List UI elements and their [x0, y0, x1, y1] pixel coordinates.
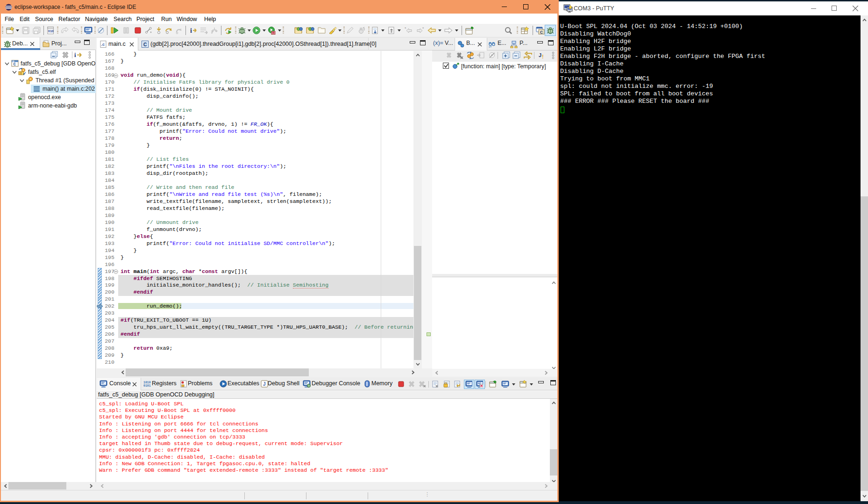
svg-text:010: 010	[48, 29, 54, 33]
svg-text:i: i	[74, 51, 76, 58]
svg-text:C: C	[540, 30, 543, 35]
svg-text:!: !	[542, 54, 544, 59]
svg-text:J: J	[263, 382, 266, 387]
svg-text:0101: 0101	[143, 384, 151, 388]
svg-text:C: C	[143, 42, 147, 47]
svg-text:C: C	[14, 62, 16, 67]
svg-text:J: J	[539, 52, 541, 58]
svg-text:*: *	[422, 27, 424, 31]
svg-text:.c: .c	[101, 42, 105, 47]
svg-text:*: *	[405, 27, 406, 31]
svg-text:1010: 1010	[143, 381, 151, 384]
svg-text:x=: x=	[489, 45, 492, 48]
svg-text:i: i	[190, 27, 192, 34]
